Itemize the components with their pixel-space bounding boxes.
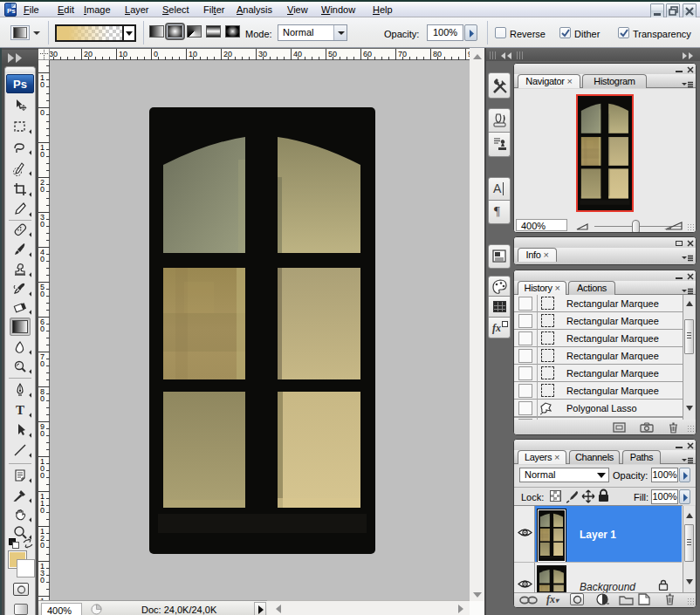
svg-text:T: T	[16, 403, 24, 417]
